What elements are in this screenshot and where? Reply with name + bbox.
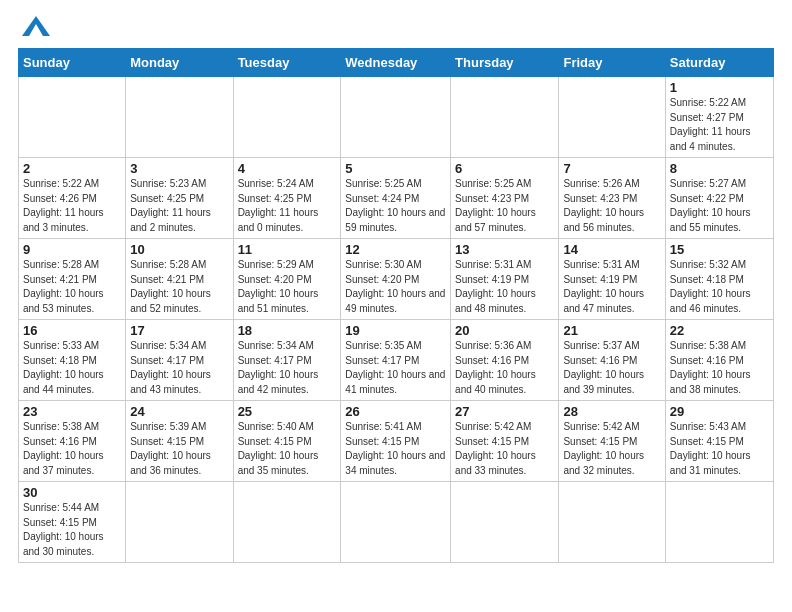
calendar-cell: 16Sunrise: 5:33 AM Sunset: 4:18 PM Dayli… — [19, 320, 126, 401]
calendar-cell: 29Sunrise: 5:43 AM Sunset: 4:15 PM Dayli… — [665, 401, 773, 482]
day-number: 22 — [670, 323, 769, 338]
calendar-week-row: 9Sunrise: 5:28 AM Sunset: 4:21 PM Daylig… — [19, 239, 774, 320]
calendar-cell: 14Sunrise: 5:31 AM Sunset: 4:19 PM Dayli… — [559, 239, 665, 320]
calendar-cell — [559, 77, 665, 158]
calendar-cell: 5Sunrise: 5:25 AM Sunset: 4:24 PM Daylig… — [341, 158, 451, 239]
day-info: Sunrise: 5:38 AM Sunset: 4:16 PM Dayligh… — [23, 420, 121, 478]
day-info: Sunrise: 5:37 AM Sunset: 4:16 PM Dayligh… — [563, 339, 660, 397]
day-number: 2 — [23, 161, 121, 176]
calendar-cell: 8Sunrise: 5:27 AM Sunset: 4:22 PM Daylig… — [665, 158, 773, 239]
calendar-cell: 10Sunrise: 5:28 AM Sunset: 4:21 PM Dayli… — [126, 239, 233, 320]
header — [18, 16, 774, 38]
logo — [18, 16, 50, 38]
day-info: Sunrise: 5:22 AM Sunset: 4:27 PM Dayligh… — [670, 96, 769, 154]
calendar-cell — [451, 482, 559, 563]
day-number: 24 — [130, 404, 228, 419]
day-number: 8 — [670, 161, 769, 176]
day-info: Sunrise: 5:38 AM Sunset: 4:16 PM Dayligh… — [670, 339, 769, 397]
day-number: 28 — [563, 404, 660, 419]
calendar-cell: 24Sunrise: 5:39 AM Sunset: 4:15 PM Dayli… — [126, 401, 233, 482]
calendar-week-row: 2Sunrise: 5:22 AM Sunset: 4:26 PM Daylig… — [19, 158, 774, 239]
calendar-cell: 4Sunrise: 5:24 AM Sunset: 4:25 PM Daylig… — [233, 158, 341, 239]
day-number: 13 — [455, 242, 554, 257]
col-sunday: Sunday — [19, 49, 126, 77]
day-info: Sunrise: 5:25 AM Sunset: 4:23 PM Dayligh… — [455, 177, 554, 235]
col-thursday: Thursday — [451, 49, 559, 77]
day-info: Sunrise: 5:41 AM Sunset: 4:15 PM Dayligh… — [345, 420, 446, 478]
day-number: 3 — [130, 161, 228, 176]
day-number: 14 — [563, 242, 660, 257]
calendar-cell: 22Sunrise: 5:38 AM Sunset: 4:16 PM Dayli… — [665, 320, 773, 401]
col-wednesday: Wednesday — [341, 49, 451, 77]
calendar-cell: 30Sunrise: 5:44 AM Sunset: 4:15 PM Dayli… — [19, 482, 126, 563]
day-number: 17 — [130, 323, 228, 338]
calendar-cell: 17Sunrise: 5:34 AM Sunset: 4:17 PM Dayli… — [126, 320, 233, 401]
day-number: 21 — [563, 323, 660, 338]
day-number: 26 — [345, 404, 446, 419]
calendar-cell — [233, 482, 341, 563]
calendar-cell: 20Sunrise: 5:36 AM Sunset: 4:16 PM Dayli… — [451, 320, 559, 401]
calendar-cell: 25Sunrise: 5:40 AM Sunset: 4:15 PM Dayli… — [233, 401, 341, 482]
day-info: Sunrise: 5:42 AM Sunset: 4:15 PM Dayligh… — [563, 420, 660, 478]
calendar-cell: 6Sunrise: 5:25 AM Sunset: 4:23 PM Daylig… — [451, 158, 559, 239]
day-info: Sunrise: 5:28 AM Sunset: 4:21 PM Dayligh… — [23, 258, 121, 316]
calendar-cell — [559, 482, 665, 563]
calendar-cell: 18Sunrise: 5:34 AM Sunset: 4:17 PM Dayli… — [233, 320, 341, 401]
day-info: Sunrise: 5:28 AM Sunset: 4:21 PM Dayligh… — [130, 258, 228, 316]
calendar-week-row: 23Sunrise: 5:38 AM Sunset: 4:16 PM Dayli… — [19, 401, 774, 482]
calendar-header-row: Sunday Monday Tuesday Wednesday Thursday… — [19, 49, 774, 77]
calendar-cell — [233, 77, 341, 158]
calendar-table: Sunday Monday Tuesday Wednesday Thursday… — [18, 48, 774, 563]
calendar-cell: 27Sunrise: 5:42 AM Sunset: 4:15 PM Dayli… — [451, 401, 559, 482]
day-number: 1 — [670, 80, 769, 95]
calendar-week-row: 30Sunrise: 5:44 AM Sunset: 4:15 PM Dayli… — [19, 482, 774, 563]
col-monday: Monday — [126, 49, 233, 77]
col-tuesday: Tuesday — [233, 49, 341, 77]
day-info: Sunrise: 5:35 AM Sunset: 4:17 PM Dayligh… — [345, 339, 446, 397]
day-info: Sunrise: 5:30 AM Sunset: 4:20 PM Dayligh… — [345, 258, 446, 316]
calendar-cell: 15Sunrise: 5:32 AM Sunset: 4:18 PM Dayli… — [665, 239, 773, 320]
calendar-cell: 26Sunrise: 5:41 AM Sunset: 4:15 PM Dayli… — [341, 401, 451, 482]
day-info: Sunrise: 5:44 AM Sunset: 4:15 PM Dayligh… — [23, 501, 121, 559]
day-info: Sunrise: 5:31 AM Sunset: 4:19 PM Dayligh… — [455, 258, 554, 316]
page: Sunday Monday Tuesday Wednesday Thursday… — [0, 0, 792, 612]
day-number: 5 — [345, 161, 446, 176]
calendar-cell: 19Sunrise: 5:35 AM Sunset: 4:17 PM Dayli… — [341, 320, 451, 401]
day-number: 10 — [130, 242, 228, 257]
day-number: 7 — [563, 161, 660, 176]
calendar-cell: 12Sunrise: 5:30 AM Sunset: 4:20 PM Dayli… — [341, 239, 451, 320]
day-number: 20 — [455, 323, 554, 338]
calendar-cell — [19, 77, 126, 158]
day-number: 12 — [345, 242, 446, 257]
day-number: 15 — [670, 242, 769, 257]
day-number: 9 — [23, 242, 121, 257]
calendar-cell: 3Sunrise: 5:23 AM Sunset: 4:25 PM Daylig… — [126, 158, 233, 239]
day-number: 27 — [455, 404, 554, 419]
calendar-week-row: 16Sunrise: 5:33 AM Sunset: 4:18 PM Dayli… — [19, 320, 774, 401]
day-info: Sunrise: 5:29 AM Sunset: 4:20 PM Dayligh… — [238, 258, 337, 316]
calendar-cell — [341, 77, 451, 158]
col-friday: Friday — [559, 49, 665, 77]
day-number: 23 — [23, 404, 121, 419]
day-info: Sunrise: 5:36 AM Sunset: 4:16 PM Dayligh… — [455, 339, 554, 397]
day-number: 30 — [23, 485, 121, 500]
day-info: Sunrise: 5:27 AM Sunset: 4:22 PM Dayligh… — [670, 177, 769, 235]
day-info: Sunrise: 5:34 AM Sunset: 4:17 PM Dayligh… — [130, 339, 228, 397]
calendar-cell — [126, 482, 233, 563]
calendar-cell — [451, 77, 559, 158]
day-number: 18 — [238, 323, 337, 338]
calendar-cell: 23Sunrise: 5:38 AM Sunset: 4:16 PM Dayli… — [19, 401, 126, 482]
day-info: Sunrise: 5:43 AM Sunset: 4:15 PM Dayligh… — [670, 420, 769, 478]
calendar-cell: 9Sunrise: 5:28 AM Sunset: 4:21 PM Daylig… — [19, 239, 126, 320]
calendar-cell: 28Sunrise: 5:42 AM Sunset: 4:15 PM Dayli… — [559, 401, 665, 482]
calendar-cell: 21Sunrise: 5:37 AM Sunset: 4:16 PM Dayli… — [559, 320, 665, 401]
calendar-cell — [665, 482, 773, 563]
calendar-cell: 11Sunrise: 5:29 AM Sunset: 4:20 PM Dayli… — [233, 239, 341, 320]
calendar-cell: 13Sunrise: 5:31 AM Sunset: 4:19 PM Dayli… — [451, 239, 559, 320]
day-number: 19 — [345, 323, 446, 338]
calendar-week-row: 1Sunrise: 5:22 AM Sunset: 4:27 PM Daylig… — [19, 77, 774, 158]
day-number: 25 — [238, 404, 337, 419]
calendar-cell: 1Sunrise: 5:22 AM Sunset: 4:27 PM Daylig… — [665, 77, 773, 158]
day-info: Sunrise: 5:33 AM Sunset: 4:18 PM Dayligh… — [23, 339, 121, 397]
calendar-cell — [341, 482, 451, 563]
